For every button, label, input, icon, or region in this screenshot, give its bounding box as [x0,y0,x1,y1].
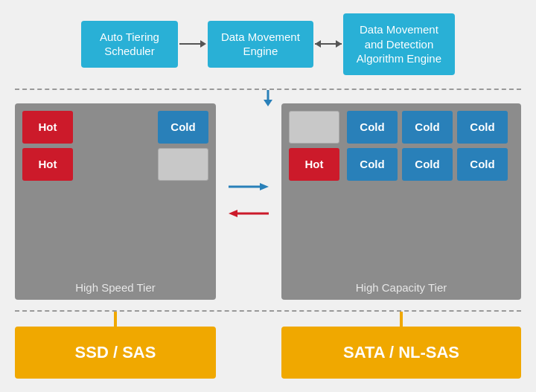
down-arrow-icon [261,90,275,106]
cold-block-r1: Cold [347,111,398,144]
high-capacity-tier-panel: Hot Cold Cold Cold Cold Cold Cold High C… [281,103,521,301]
svg-marker-4 [315,40,321,48]
high-capacity-tier-label: High Capacity Tier [281,281,521,294]
high-speed-tier-label: High Speed Tier [15,281,216,294]
cold-grid: Cold Cold Cold Cold Cold Cold [347,111,508,181]
cold-block-r6: Cold [457,148,508,181]
hot-block-right: Hot [289,148,339,181]
svg-marker-3 [336,40,342,48]
right-connector [281,312,521,327]
cold-block-r5: Cold [402,148,453,181]
empty-block-right [289,111,339,144]
hot-block-1: Hot [22,111,73,144]
middle-section: Hot Cold Hot High Speed Tier [15,90,521,312]
left-connector [15,312,216,327]
empty-block-left [158,148,208,181]
hot-block-2: Hot [22,148,73,181]
high-speed-tier-panel: Hot Cold Hot High Speed Tier [15,103,216,301]
svg-marker-6 [264,100,272,106]
right-left-col: Hot [289,111,339,181]
left-tier-content: Hot Cold Hot [22,111,208,181]
svg-marker-10 [229,210,237,217]
right-tier-content: Hot Cold Cold Cold Cold Cold Cold [289,111,514,181]
transfer-arrows [226,103,271,301]
cold-block-left-1: Cold [158,111,208,144]
left-row-1: Hot Cold [22,111,208,144]
arrow-right-1 [178,37,208,51]
bottom-section: SSD / SAS SATA / NL-SAS [15,327,521,379]
svg-marker-8 [260,183,269,190]
ssd-sas-box: SSD / SAS [15,327,216,379]
cold-transfer-arrow [229,180,269,196]
connectors [15,312,521,327]
bottom-spacer [226,327,271,379]
cold-block-r3: Cold [457,111,508,144]
svg-marker-1 [200,40,206,48]
left-connector-line [114,312,117,327]
arrow-right-2 [313,37,343,51]
hot-transfer-arrow [229,207,269,223]
connector-spacer [226,312,271,327]
cold-block-r2: Cold [402,111,453,144]
auto-tiering-scheduler-box: Auto Tiering Scheduler [81,21,178,68]
cold-block-r4: Cold [347,148,398,181]
top-section: Auto Tiering Scheduler Data Movement Eng… [15,13,521,90]
left-row-2: Hot [22,148,208,181]
sata-nlsas-box: SATA / NL-SAS [281,327,521,379]
data-movement-detection-box: Data Movement and Detection Algorithm En… [343,13,455,75]
right-connector-line [400,312,403,327]
data-movement-engine-box: Data Movement Engine [208,21,313,68]
diagram: Auto Tiering Scheduler Data Movement Eng… [0,0,536,392]
